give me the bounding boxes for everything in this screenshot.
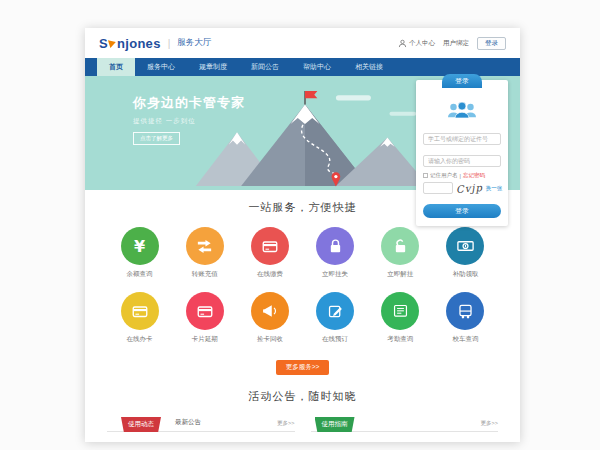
card-icon bbox=[121, 292, 159, 330]
screenshot-background: S njones | 服务大厅 个人中心 用户绑定 登录 首页 服务中心 bbox=[0, 0, 600, 450]
lock-icon bbox=[316, 227, 354, 265]
nav-item-news[interactable]: 新闻公告 bbox=[239, 58, 291, 76]
login-tab[interactable]: 登录 bbox=[442, 74, 482, 88]
logo-text-left: S bbox=[99, 36, 108, 51]
login-panel: 登录 记住用户名 | 忘记密码 Cvjp bbox=[416, 80, 508, 226]
login-submit-button[interactable]: 登录 bbox=[423, 204, 501, 218]
tab-latest-announcements[interactable]: 最新公告 bbox=[175, 418, 201, 431]
captcha-refresh-link[interactable]: 换一张 bbox=[486, 185, 503, 192]
card-icon bbox=[186, 292, 224, 330]
service-item-balance[interactable]: ¥ 余额查询 bbox=[107, 227, 172, 279]
banknote-icon bbox=[446, 227, 484, 265]
service-item-card-recovery[interactable]: 捡卡回收 bbox=[237, 292, 302, 344]
service-item-subsidy[interactable]: 补助领取 bbox=[433, 227, 498, 279]
hero-cta-button[interactable]: 点击了解更多 bbox=[133, 132, 180, 145]
page-card: S njones | 服务大厅 个人中心 用户绑定 登录 首页 服务中心 bbox=[85, 28, 520, 442]
account-input[interactable] bbox=[423, 133, 501, 145]
hero-subtitle: 提供捷径 一步到位 bbox=[133, 117, 245, 126]
unlock-icon bbox=[381, 227, 419, 265]
remember-checkbox[interactable] bbox=[423, 173, 428, 178]
remember-row: 记住用户名 | 忘记密码 bbox=[423, 172, 501, 179]
user-icon bbox=[398, 39, 407, 48]
service-item-apply-card[interactable]: 在线办卡 bbox=[107, 292, 172, 344]
user-binding-link[interactable]: 用户绑定 bbox=[443, 39, 469, 48]
header-login-button[interactable]: 登录 bbox=[477, 37, 506, 50]
service-item-report-loss[interactable]: 立即挂失 bbox=[302, 227, 367, 279]
service-item-pay[interactable]: 在线缴费 bbox=[237, 227, 302, 279]
personal-center-link[interactable]: 个人中心 bbox=[398, 39, 435, 48]
service-item-card-extension[interactable]: 卡片延期 bbox=[172, 292, 237, 344]
announcements-right-panel: 使用指南 更多>> bbox=[311, 415, 499, 432]
announcements-title: 活动公告，随时知晓 bbox=[107, 389, 498, 404]
nav-item-help[interactable]: 帮助中心 bbox=[291, 58, 343, 76]
megaphone-icon bbox=[251, 292, 289, 330]
yen-icon: ¥ bbox=[121, 227, 159, 265]
nav-item-service-center[interactable]: 服务中心 bbox=[135, 58, 187, 76]
services-grid: ¥ 余额查询 转账充值 在线缴费 bbox=[107, 227, 498, 344]
captcha-image[interactable]: Cvjp bbox=[456, 182, 484, 195]
card-icon bbox=[251, 227, 289, 265]
personal-center-label: 个人中心 bbox=[409, 39, 435, 48]
tab-usage-guide[interactable]: 使用指南 bbox=[315, 417, 355, 432]
users-icon bbox=[423, 100, 501, 123]
logo-arrow-icon bbox=[108, 38, 117, 48]
password-input[interactable] bbox=[423, 155, 501, 167]
service-item-attendance[interactable]: 考勤查询 bbox=[368, 292, 433, 344]
edit-icon bbox=[316, 292, 354, 330]
left-more-link[interactable]: 更多>> bbox=[277, 420, 294, 431]
nav-item-links[interactable]: 相关链接 bbox=[343, 58, 395, 76]
hero-text: 你身边的卡管专家 提供捷径 一步到位 点击了解更多 bbox=[133, 94, 245, 145]
announcements-left-panel: 使用动态 最新公告 更多>> bbox=[107, 415, 295, 432]
service-item-school-bus[interactable]: 校车查询 bbox=[433, 292, 498, 344]
service-item-booking[interactable]: 在线预订 bbox=[302, 292, 367, 344]
right-more-link[interactable]: 更多>> bbox=[481, 420, 498, 431]
forgot-password-link[interactable]: 忘记密码 bbox=[463, 172, 485, 179]
list-icon bbox=[381, 292, 419, 330]
more-services-button[interactable]: 更多服务>> bbox=[276, 360, 330, 375]
header: S njones | 服务大厅 个人中心 用户绑定 登录 bbox=[85, 28, 520, 58]
logo[interactable]: S njones | 服务大厅 bbox=[99, 36, 211, 51]
header-right: 个人中心 用户绑定 登录 bbox=[398, 37, 506, 50]
transfer-icon bbox=[186, 227, 224, 265]
tab-usage-news[interactable]: 使用动态 bbox=[121, 417, 161, 432]
remember-label: 记住用户名 bbox=[430, 172, 458, 179]
service-item-transfer[interactable]: 转账充值 bbox=[172, 227, 237, 279]
announcements-section: 活动公告，随时知晓 使用动态 最新公告 更多>> 使用指南 更多>> bbox=[85, 375, 520, 442]
user-binding-label: 用户绑定 bbox=[443, 39, 469, 48]
captcha-row: Cvjp 换一张 bbox=[423, 182, 501, 194]
bus-icon bbox=[446, 292, 484, 330]
nav-item-rules[interactable]: 规章制度 bbox=[187, 58, 239, 76]
nav-item-home[interactable]: 首页 bbox=[97, 58, 135, 76]
hero-title: 你身边的卡管专家 bbox=[133, 94, 245, 112]
hero-banner: 你身边的卡管专家 提供捷径 一步到位 点击了解更多 bbox=[85, 76, 520, 190]
service-item-unfreeze[interactable]: 立即解挂 bbox=[368, 227, 433, 279]
captcha-input[interactable] bbox=[423, 182, 453, 194]
logo-divider: | bbox=[168, 38, 171, 49]
portal-name: 服务大厅 bbox=[177, 37, 211, 49]
logo-text-right: njones bbox=[117, 36, 161, 51]
remember-divider: | bbox=[460, 173, 461, 179]
